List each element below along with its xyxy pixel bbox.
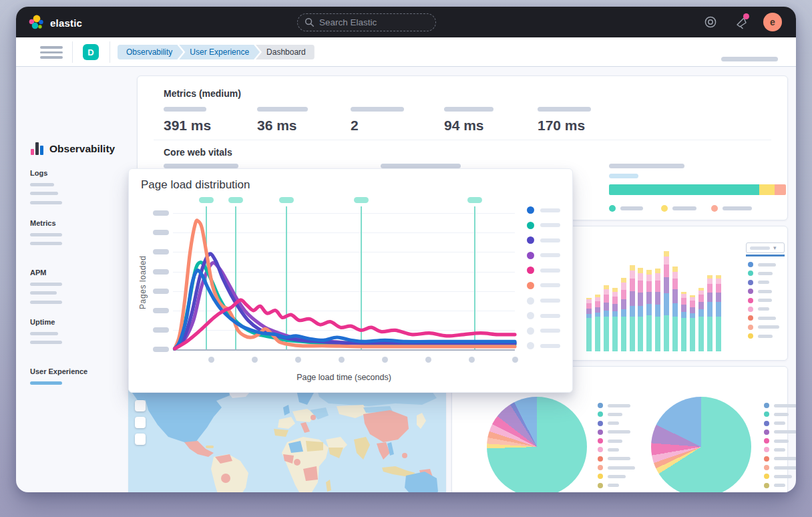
breadcrumb-observability[interactable]: Observability [118, 45, 183, 59]
newsfeed-icon[interactable] [735, 15, 748, 29]
bar-segment [638, 306, 643, 317]
legend-item[interactable] [764, 411, 796, 417]
sidebar-section: Uptime [30, 318, 62, 344]
legend-item[interactable] [661, 205, 696, 212]
legend-label-skeleton [774, 457, 796, 460]
legend-item[interactable] [764, 474, 796, 479]
legend-item[interactable] [527, 206, 560, 214]
bar[interactable] [690, 295, 695, 351]
legend-item[interactable] [598, 403, 635, 408]
bar[interactable] [672, 267, 678, 351]
line-chart[interactable] [173, 201, 515, 351]
bar[interactable] [681, 292, 686, 351]
map-zoom-out-button[interactable] [135, 417, 146, 428]
legend-item[interactable] [748, 262, 779, 267]
breadcrumb-dashboard[interactable]: Dashboard [256, 45, 315, 59]
bar[interactable] [646, 270, 652, 351]
skeleton-line [30, 283, 62, 286]
legend-item[interactable] [527, 297, 560, 305]
bar-segment [707, 284, 713, 293]
legend-item[interactable] [527, 342, 560, 349]
legend-item[interactable] [527, 327, 560, 335]
legend-item[interactable] [598, 474, 635, 479]
legend-item[interactable] [748, 271, 779, 276]
legend-item[interactable] [764, 438, 796, 444]
legend-item[interactable] [711, 205, 752, 212]
bar[interactable] [707, 275, 713, 351]
line-series-canvas [173, 201, 515, 351]
guided-setup-icon[interactable] [704, 15, 717, 29]
elastic-logo[interactable]: elastic [28, 14, 82, 31]
legend-item[interactable] [527, 282, 560, 289]
metric-value: 36 ms [257, 118, 351, 134]
search-input[interactable] [319, 17, 419, 27]
sidebar-item-logs[interactable]: Logs [30, 169, 62, 177]
legend-item[interactable] [598, 421, 635, 426]
map-zoom-in-button[interactable] [135, 400, 146, 411]
metric: 391 ms [164, 107, 257, 134]
legend-item[interactable] [764, 465, 796, 470]
legend-dot [598, 429, 603, 435]
bar-segment [664, 251, 669, 256]
legend-item[interactable] [609, 205, 643, 212]
legend-item[interactable] [527, 267, 560, 274]
bar[interactable] [612, 288, 618, 351]
legend-item[interactable] [764, 403, 796, 408]
breadcrumb-user-experience[interactable]: User Experience [179, 45, 260, 59]
legend-item[interactable] [748, 280, 779, 285]
menu-icon[interactable] [40, 46, 63, 58]
bar-segment [630, 291, 635, 306]
sidebar-item-user-experience[interactable]: User Experience [30, 367, 87, 375]
bar[interactable] [716, 275, 721, 351]
bar-segment [638, 281, 643, 293]
legend-item[interactable] [764, 429, 796, 435]
bar-segment [621, 309, 626, 317]
global-search[interactable] [297, 13, 436, 31]
legend-item[interactable] [598, 429, 635, 435]
bar[interactable] [655, 269, 660, 351]
bar[interactable] [638, 268, 643, 351]
bar-segment [638, 293, 643, 306]
bar[interactable] [604, 285, 609, 351]
legend-item[interactable] [764, 483, 796, 488]
legend-item[interactable] [527, 222, 560, 229]
legend-item[interactable] [598, 411, 635, 417]
legend-item[interactable] [527, 252, 560, 259]
legend-item[interactable] [764, 421, 796, 426]
legend-item[interactable] [598, 447, 635, 452]
sidebar-item-apm[interactable]: APM [30, 269, 62, 277]
bar[interactable] [586, 298, 592, 351]
legend-item[interactable] [598, 465, 635, 470]
bar[interactable] [595, 295, 600, 351]
legend-item[interactable] [748, 315, 779, 321]
legend-item[interactable] [748, 325, 779, 330]
legend-item[interactable] [598, 483, 635, 488]
legend-item[interactable] [527, 312, 560, 319]
user-avatar[interactable]: e [763, 13, 782, 31]
cwv-rank-bar[interactable] [609, 184, 786, 195]
space-switcher[interactable]: D [83, 44, 99, 60]
pie-chart-left[interactable] [487, 397, 587, 492]
sidebar-title: Observability [49, 143, 115, 155]
metric-value: 2 [351, 118, 444, 134]
sidebar-item-metrics[interactable]: Metrics [30, 219, 62, 227]
legend-item[interactable] [598, 456, 635, 462]
map-fit-button[interactable] [135, 434, 146, 445]
legend-item[interactable] [748, 298, 779, 303]
legend-item[interactable] [764, 456, 796, 462]
legend-item[interactable] [748, 289, 779, 294]
legend-item[interactable] [748, 333, 779, 339]
legend-item[interactable] [748, 307, 779, 312]
legend-item[interactable] [598, 438, 635, 444]
legend-item[interactable] [527, 236, 560, 244]
legend-dot [748, 333, 753, 339]
bar[interactable] [630, 265, 635, 351]
world-map[interactable] [128, 378, 446, 492]
pie-chart-right[interactable] [651, 397, 751, 492]
bar[interactable] [664, 251, 669, 351]
bar[interactable] [698, 288, 704, 351]
bar[interactable] [621, 278, 626, 351]
breakdown-select[interactable]: ▾ [746, 242, 785, 253]
legend-item[interactable] [764, 447, 796, 452]
sidebar-item-uptime[interactable]: Uptime [30, 318, 62, 326]
